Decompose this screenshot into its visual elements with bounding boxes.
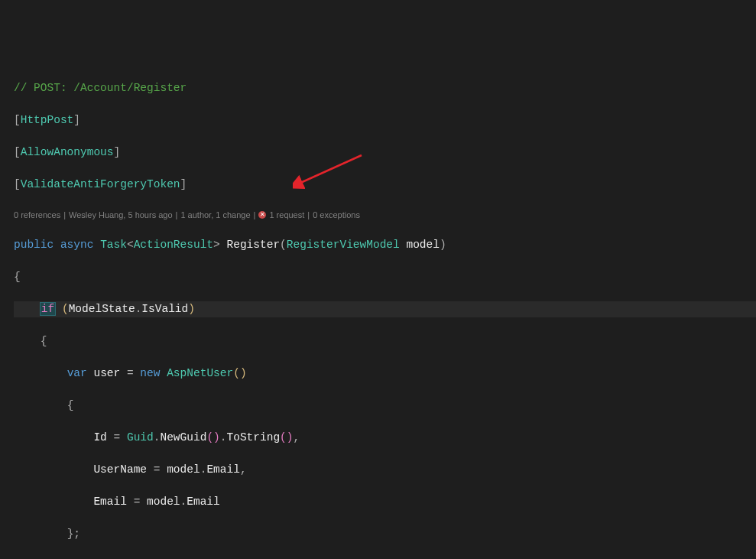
codelens-requests[interactable]: 1 request xyxy=(269,209,304,221)
kw-public: public xyxy=(14,239,54,251)
code-editor[interactable]: // POST: /Account/Register [HttpPost] [A… xyxy=(0,64,756,559)
param-name: model xyxy=(406,239,440,251)
highlighted-line[interactable]: if (ModelState.IsValid) xyxy=(14,301,756,317)
type-task: Task xyxy=(100,239,127,251)
codelens-references[interactable]: 0 references xyxy=(14,209,60,221)
codelens-authors[interactable]: 1 author, 1 change xyxy=(180,209,250,221)
codelens-exceptions[interactable]: 0 exceptions xyxy=(313,209,360,221)
attribute: ValidateAntiForgeryToken xyxy=(21,178,180,190)
param-type: RegisterViewModel xyxy=(287,239,400,251)
codelens-bar[interactable]: 0 references|Wesley Huang, 5 hours ago|1… xyxy=(14,209,756,221)
attribute: AllowAnonymous xyxy=(21,146,114,158)
attribute: HttpPost xyxy=(21,114,74,126)
kw-async: async xyxy=(60,239,94,251)
codelens-author[interactable]: Wesley Huang, 5 hours ago xyxy=(69,209,173,221)
method-name: Register xyxy=(226,239,280,251)
type-actionresult: ActionResult xyxy=(134,239,213,251)
comment-line: // POST: /Account/Register xyxy=(14,82,187,94)
error-icon: ✕ xyxy=(258,211,266,219)
kw-if-selected[interactable]: if xyxy=(41,303,55,315)
